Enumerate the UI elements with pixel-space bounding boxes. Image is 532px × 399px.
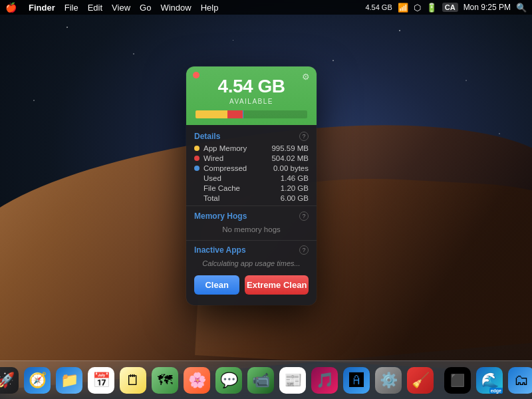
cleaner-icon: 🧹 bbox=[407, 367, 434, 394]
detail-row-used: Used 1.46 GB bbox=[186, 173, 317, 183]
dot-wired bbox=[194, 156, 200, 161]
menubar-search-icon[interactable]: 🔍 bbox=[516, 3, 527, 13]
dock-item-settings[interactable]: ⚙️ bbox=[374, 366, 403, 395]
safari-icon: 🧭 bbox=[24, 367, 51, 394]
dock-item-news[interactable]: 📰 bbox=[278, 366, 307, 395]
widget-traffic-lights bbox=[193, 72, 200, 78]
inactive-apps-header: Inactive Apps ? bbox=[186, 243, 317, 257]
menubar-icon-1: 📶 bbox=[398, 3, 408, 13]
appstore-icon: 🅰 bbox=[343, 367, 370, 394]
memory-menubar-indicator[interactable]: 4.54 GB bbox=[365, 3, 392, 11]
value-compressed: 0.00 bytes bbox=[273, 164, 309, 172]
label-wired: Wired bbox=[203, 154, 223, 162]
detail-row-app-memory: App Memory 995.59 MB bbox=[186, 143, 317, 153]
inactive-apps-help-button[interactable]: ? bbox=[299, 245, 309, 255]
close-button[interactable] bbox=[193, 72, 200, 78]
dock-item-messages[interactable]: 💬 bbox=[214, 366, 243, 395]
dot-app-memory bbox=[194, 146, 200, 151]
calculating-text: Calculating app usage times... bbox=[186, 257, 317, 271]
settings-icon: ⚙️ bbox=[375, 367, 402, 394]
messages-icon: 💬 bbox=[215, 367, 242, 394]
news-icon: 📰 bbox=[279, 367, 306, 394]
dock: 🎙 🚀 🧭 📁 📅 🗒 🗺 🌸 💬 📹 bbox=[0, 360, 532, 399]
widget-header: ⚙ 4.54 GB AVAILABLE bbox=[186, 66, 317, 125]
menubar-left: 🍎 Finder File Edit View Go Window Help bbox=[5, 2, 218, 13]
photos-icon: 🌸 bbox=[184, 367, 210, 394]
memory-hogs-help-button[interactable]: ? bbox=[299, 211, 309, 221]
menu-go[interactable]: Go bbox=[140, 3, 151, 13]
dock-item-terminal[interactable]: ⬛ bbox=[443, 366, 472, 395]
menubar-icon-2: ⬡ bbox=[414, 3, 421, 13]
clean-button[interactable]: Clean bbox=[194, 275, 239, 295]
value-used: 1.46 GB bbox=[281, 174, 309, 182]
dock-item-appstore[interactable]: 🅰 bbox=[342, 366, 371, 395]
details-help-button[interactable]: ? bbox=[299, 132, 309, 141]
memory-bar bbox=[196, 110, 307, 118]
calendar-icon: 📅 bbox=[88, 367, 114, 394]
label-total: Total bbox=[203, 194, 219, 202]
label-file-cache: File Cache bbox=[203, 184, 240, 192]
details-section-header: Details ? bbox=[186, 129, 317, 143]
dock-item-photos[interactable]: 🌸 bbox=[182, 366, 211, 395]
files-icon: 🗂 bbox=[508, 367, 532, 394]
dock-item-edge[interactable]: 🌊 edge bbox=[475, 366, 504, 395]
dock-item-notes[interactable]: 🗒 bbox=[118, 366, 148, 395]
detail-row-total: Total 6.00 GB bbox=[186, 193, 317, 203]
ca-badge: CA bbox=[442, 3, 458, 12]
dot-compressed bbox=[194, 166, 200, 171]
available-memory-label: AVAILABLE bbox=[196, 98, 307, 105]
dock-item-calendar[interactable]: 📅 bbox=[86, 366, 116, 395]
menu-edit[interactable]: Edit bbox=[88, 3, 102, 13]
bar-app-memory bbox=[196, 110, 227, 118]
label-compressed: Compressed bbox=[203, 164, 247, 172]
label-app-memory: App Memory bbox=[203, 144, 247, 152]
notes-icon: 🗒 bbox=[120, 367, 146, 394]
menubar-right: 4.54 GB 📶 ⬡ 🔋 CA Mon 9:25 PM 🔍 bbox=[365, 3, 527, 13]
detail-row-wired: Wired 504.02 MB bbox=[186, 153, 317, 163]
menu-help[interactable]: Help bbox=[201, 3, 219, 13]
dock-item-music[interactable]: 🎵 bbox=[310, 366, 339, 395]
divider-2 bbox=[186, 240, 317, 241]
value-app-memory: 995.59 MB bbox=[271, 144, 309, 152]
dock-item-safari[interactable]: 🧭 bbox=[23, 366, 52, 395]
value-file-cache: 1.20 GB bbox=[281, 184, 309, 192]
extreme-clean-button[interactable]: Extreme Clean bbox=[245, 275, 309, 295]
available-memory-value: 4.54 GB bbox=[196, 76, 307, 97]
detail-row-file-cache: File Cache 1.20 GB bbox=[186, 183, 317, 193]
widget-buttons: Clean Extreme Clean bbox=[186, 271, 317, 301]
widget-body: Details ? App Memory 995.59 MB Wired 504… bbox=[186, 125, 317, 305]
dock-item-files[interactable]: 🗂 bbox=[507, 366, 532, 395]
dock-item-launchpad[interactable]: 🚀 bbox=[0, 366, 20, 395]
menubar: 🍎 Finder File Edit View Go Window Help 4… bbox=[0, 0, 532, 15]
menu-window[interactable]: Window bbox=[160, 3, 191, 13]
dock-item-finder-folder[interactable]: 📁 bbox=[55, 366, 84, 395]
menu-finder[interactable]: Finder bbox=[29, 3, 55, 13]
edge-badge: edge bbox=[489, 388, 503, 394]
inactive-apps-title: Inactive Apps bbox=[194, 245, 246, 255]
details-title: Details bbox=[194, 132, 220, 141]
launchpad-icon: 🚀 bbox=[0, 367, 19, 394]
value-total: 6.00 GB bbox=[281, 194, 309, 202]
memory-hogs-header: Memory Hogs ? bbox=[186, 209, 317, 223]
menu-file[interactable]: File bbox=[65, 3, 78, 13]
dock-item-maps[interactable]: 🗺 bbox=[150, 366, 180, 395]
bar-free bbox=[243, 110, 307, 118]
detail-row-compressed: Compressed 0.00 bytes bbox=[186, 163, 317, 173]
apple-menu[interactable]: 🍎 bbox=[5, 2, 17, 13]
menubar-icon-3: 🔋 bbox=[426, 3, 437, 13]
memory-hogs-title: Memory Hogs bbox=[194, 211, 247, 221]
terminal-icon: ⬛ bbox=[444, 367, 471, 394]
divider-1 bbox=[186, 205, 317, 206]
facetime-icon: 📹 bbox=[247, 367, 274, 394]
dock-item-facetime[interactable]: 📹 bbox=[246, 366, 275, 395]
menu-view[interactable]: View bbox=[112, 3, 130, 13]
memory-widget: ⚙ 4.54 GB AVAILABLE Details ? App Memory bbox=[186, 66, 317, 305]
menubar-datetime: Mon 9:25 PM bbox=[464, 3, 511, 12]
desktop: 🍎 Finder File Edit View Go Window Help 4… bbox=[0, 0, 532, 399]
folder-icon: 📁 bbox=[56, 367, 82, 394]
dock-item-cleaner[interactable]: 🧹 bbox=[406, 366, 435, 395]
no-memory-hogs-message: No memory hogs bbox=[186, 223, 317, 237]
maps-icon: 🗺 bbox=[152, 367, 178, 394]
label-used: Used bbox=[203, 174, 221, 182]
gear-icon[interactable]: ⚙ bbox=[302, 72, 310, 82]
